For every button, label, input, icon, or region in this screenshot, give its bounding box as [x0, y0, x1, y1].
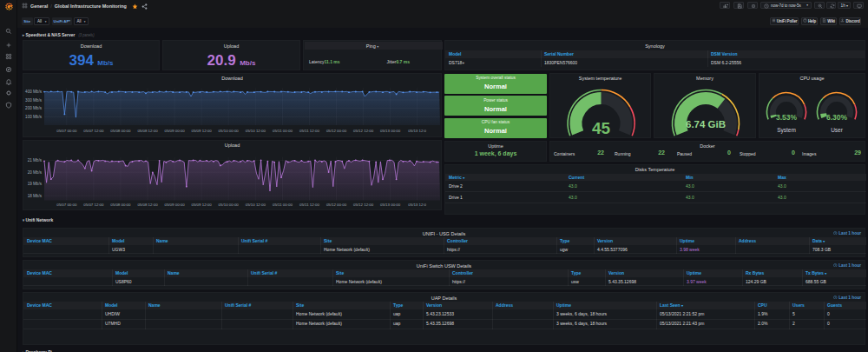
svg-text:05/12 12:00: 05/12 12:00 — [353, 129, 374, 133]
svg-text:400 Mb/s: 400 Mb/s — [25, 90, 43, 94]
svg-text:05/09 12:00: 05/09 12:00 — [191, 129, 212, 133]
svg-text:05/12 00:00: 05/12 00:00 — [326, 203, 347, 207]
svg-text:6.74 GiB: 6.74 GiB — [686, 119, 726, 130]
svg-text:3.53%: 3.53% — [776, 113, 798, 122]
svg-text:05/13 00:00: 05/13 00:00 — [380, 129, 401, 133]
svg-text:05/08 12:00: 05/08 12:00 — [137, 129, 158, 133]
svg-text:05/13 00:00: 05/13 00:00 — [380, 203, 401, 207]
svg-text:05/10 12:00: 05/10 12:00 — [246, 129, 266, 133]
svg-text:05/09 00:00: 05/09 00:00 — [164, 203, 185, 207]
svg-text:300 Mb/s: 300 Mb/s — [25, 98, 43, 103]
svg-text:200 Mb/s: 200 Mb/s — [25, 106, 43, 110]
svg-text:05/13 12:0: 05/13 12:0 — [408, 129, 426, 133]
svg-text:05/13 12:0: 05/13 12:0 — [408, 203, 426, 207]
svg-text:05/11 12:00: 05/11 12:00 — [299, 129, 319, 133]
svg-text:100 Mb/s: 100 Mb/s — [25, 115, 43, 119]
svg-text:20 Mb/s: 20 Mb/s — [28, 170, 43, 175]
svg-text:45: 45 — [592, 119, 611, 137]
svg-text:System: System — [777, 127, 796, 134]
svg-text:05/09 00:00: 05/09 00:00 — [164, 129, 185, 133]
svg-text:21 Mb/s: 21 Mb/s — [28, 158, 43, 163]
svg-text:05/08 12:00: 05/08 12:00 — [137, 203, 158, 207]
svg-text:05/12 00:00: 05/12 00:00 — [326, 129, 347, 133]
svg-text:User: User — [831, 127, 844, 133]
svg-text:05/07 12:00: 05/07 12:00 — [83, 203, 104, 207]
svg-text:05/09 12:00: 05/09 12:00 — [191, 203, 212, 207]
svg-text:05/08 00:00: 05/08 00:00 — [110, 203, 131, 207]
svg-text:19 Mb/s: 19 Mb/s — [28, 182, 43, 186]
svg-text:05/10 00:00: 05/10 00:00 — [219, 129, 240, 133]
svg-text:05/07 00:00: 05/07 00:00 — [56, 203, 77, 207]
svg-text:18 Mb/s: 18 Mb/s — [28, 194, 43, 198]
svg-text:05/10 12:00: 05/10 12:00 — [246, 203, 266, 207]
svg-text:6.30%: 6.30% — [826, 113, 848, 122]
svg-text:05/11 12:00: 05/11 12:00 — [299, 203, 319, 207]
svg-text:05/11 00:00: 05/11 00:00 — [273, 203, 293, 207]
svg-text:05/12 12:00: 05/12 12:00 — [353, 203, 374, 207]
svg-text:05/07 12:00: 05/07 12:00 — [83, 129, 104, 133]
svg-text:05/08 00:00: 05/08 00:00 — [110, 129, 131, 133]
svg-text:05/07 00:00: 05/07 00:00 — [56, 129, 77, 133]
svg-text:05/10 00:00: 05/10 00:00 — [219, 203, 240, 207]
svg-text:05/11 00:00: 05/11 00:00 — [273, 129, 293, 133]
